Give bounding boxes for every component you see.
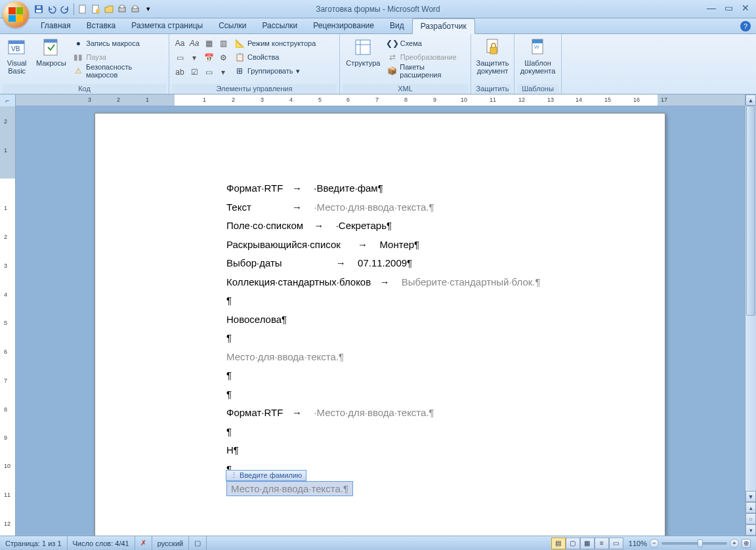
new-doc-icon[interactable]	[77, 3, 89, 15]
svg-rect-15	[356, 40, 370, 54]
scroll-down-icon[interactable]: ▼	[746, 491, 756, 502]
status-page[interactable]: Страница: 1 из 1	[0, 536, 68, 550]
view-outline-icon[interactable]: ≡	[595, 538, 609, 549]
record-macro-button[interactable]: ●Запись макроса	[71, 37, 166, 50]
legacy2-icon[interactable]: ☑	[188, 66, 201, 79]
document-template-button[interactable]: W Шаблон документа	[517, 35, 558, 76]
tab-review[interactable]: Рецензирование	[305, 18, 382, 33]
macro-security-button[interactable]: ⚠Безопасность макросов	[71, 64, 166, 77]
properties-button[interactable]: 📋Свойства	[232, 51, 318, 64]
new-doc2-icon[interactable]	[90, 3, 102, 15]
help-icon[interactable]: ?	[740, 21, 751, 32]
macros-button[interactable]: Макросы	[32, 35, 70, 68]
svg-text:VB: VB	[11, 45, 20, 53]
view-web-icon[interactable]: ▦	[580, 538, 595, 549]
undo-icon[interactable]	[46, 3, 58, 15]
protect-document-button[interactable]: Защитить документ	[474, 35, 511, 76]
template-icon: W	[528, 37, 549, 58]
close-button[interactable]: ✕	[739, 3, 752, 13]
tab-selector[interactable]: ⌐	[0, 95, 16, 106]
vb-icon: VB	[7, 37, 28, 58]
vertical-ruler[interactable]: 2 1 1 2 3 4 5 6 7 8 9 10 11 12	[0, 106, 16, 536]
status-words[interactable]: Число слов: 4/41	[68, 536, 135, 550]
browse-object-icon[interactable]: ○	[746, 513, 756, 524]
document-area[interactable]: Формат·RTF → ·Введите·фам¶ Текст → ·Мест…	[16, 106, 756, 536]
svg-text:W: W	[534, 44, 539, 50]
qat-customize-icon[interactable]: ▾	[142, 3, 154, 15]
content-control-placeholder[interactable]: Место·для·ввода·текста.¶	[227, 482, 352, 496]
legacy1-icon[interactable]: ab	[173, 66, 186, 79]
content-control[interactable]: ⋮ Введите фамилию Место·для·ввода·текста…	[226, 481, 353, 496]
next-page-icon[interactable]: ▾	[746, 524, 756, 536]
expansion-packs-button[interactable]: 📦Пакеты расширения	[385, 64, 468, 77]
group-label-code: Код	[3, 84, 166, 94]
zoom-fit-button[interactable]: ⊕	[742, 539, 751, 548]
open-icon[interactable]	[103, 3, 115, 15]
status-language[interactable]: русский	[152, 536, 189, 550]
zoom-out-button[interactable]: −	[650, 539, 659, 548]
record-icon: ●	[73, 38, 83, 49]
tab-view[interactable]: Вид	[382, 18, 412, 33]
plaintext-control-icon[interactable]: Aa	[188, 37, 201, 50]
macro-rec-icon: ▢	[194, 539, 201, 547]
proofing-icon: ✗	[140, 539, 146, 547]
scroll-thumb[interactable]	[746, 106, 755, 316]
packages-icon: 📦	[387, 66, 398, 76]
zoom-slider[interactable]	[662, 542, 727, 545]
tab-home[interactable]: Главная	[33, 18, 79, 33]
schema-button[interactable]: ❮❯Схема	[385, 37, 468, 50]
minimize-button[interactable]: —	[705, 3, 718, 13]
visual-basic-button[interactable]: VB Visual Basic	[3, 35, 31, 76]
tab-mailings[interactable]: Рассылки	[254, 18, 305, 33]
zoom-thumb[interactable]	[698, 539, 703, 547]
view-draft-icon[interactable]: ▭	[609, 538, 623, 549]
status-bar: Страница: 1 из 1 Число слов: 4/41 ✗ русс…	[0, 536, 756, 550]
tab-page-layout[interactable]: Разметка страницы	[123, 18, 211, 33]
print-preview-icon[interactable]	[116, 3, 128, 15]
structure-button[interactable]: Структура	[343, 35, 384, 68]
office-button[interactable]	[3, 1, 29, 28]
status-proofing[interactable]: ✗	[135, 536, 152, 550]
pause-macro-button: ▮▮Пауза	[71, 51, 166, 64]
svg-rect-14	[44, 39, 57, 43]
legacy-tools-icon[interactable]: ▾	[217, 66, 230, 79]
legacy-control-icon[interactable]: ⚙	[217, 51, 230, 64]
tab-references[interactable]: Ссылки	[211, 18, 254, 33]
zoom-in-button[interactable]: +	[730, 539, 739, 548]
pause-icon: ▮▮	[73, 52, 83, 62]
richtext-control-icon[interactable]: Aa	[173, 37, 186, 50]
page: Формат·RTF → ·Введите·фам¶ Текст → ·Мест…	[94, 113, 665, 536]
status-macro[interactable]: ▢	[189, 536, 207, 550]
prev-page-icon[interactable]: ▴	[746, 502, 756, 513]
picture-control-icon[interactable]: ▦	[202, 37, 215, 50]
date-control-icon[interactable]: 📅	[202, 51, 215, 64]
group-button[interactable]: ⊞Группировать ▾	[232, 64, 318, 77]
group-label-protect: Защитить	[474, 84, 511, 94]
tab-insert[interactable]: Вставка	[79, 18, 124, 33]
view-print-layout-icon[interactable]: ▤	[551, 538, 566, 549]
transform-icon: ⇄	[387, 52, 398, 62]
redo-icon[interactable]	[59, 3, 71, 15]
ribbon-tabs: Главная Вставка Разметка страницы Ссылки…	[0, 18, 756, 34]
design-mode-button[interactable]: 📐Режим конструктора	[232, 37, 318, 50]
save-icon[interactable]	[33, 3, 45, 15]
svg-rect-9	[133, 6, 137, 9]
maximize-button[interactable]: ▭	[722, 3, 735, 13]
view-full-screen-icon[interactable]: ▢	[566, 538, 580, 549]
office-logo-icon	[9, 7, 23, 22]
window-title: Заготовка формы - Microsoft Word	[316, 5, 440, 14]
tab-developer[interactable]: Разработчик	[412, 18, 475, 34]
legacy3-icon[interactable]: ▭	[202, 66, 215, 79]
zoom-level[interactable]: 110%	[629, 539, 647, 547]
blocks-control-icon[interactable]: ▥	[217, 37, 230, 50]
dropdown-control-icon[interactable]: ▾	[188, 51, 201, 64]
svg-rect-2	[37, 6, 41, 9]
quick-print-icon[interactable]	[129, 3, 141, 15]
schema-icon: ❮❯	[387, 38, 398, 49]
props-icon: 📋	[234, 52, 245, 62]
group-label-controls: Элементы управления	[172, 84, 337, 94]
horizontal-ruler[interactable]: 3 2 1 1 2 3 4 5 6 7 8 9 10 11 12 13 14 1…	[16, 95, 756, 106]
vertical-scrollbar[interactable]: ▲ ▼ ▴ ○ ▾	[745, 106, 756, 536]
design-icon: 📐	[234, 38, 245, 49]
combo-control-icon[interactable]: ▭	[173, 51, 186, 64]
